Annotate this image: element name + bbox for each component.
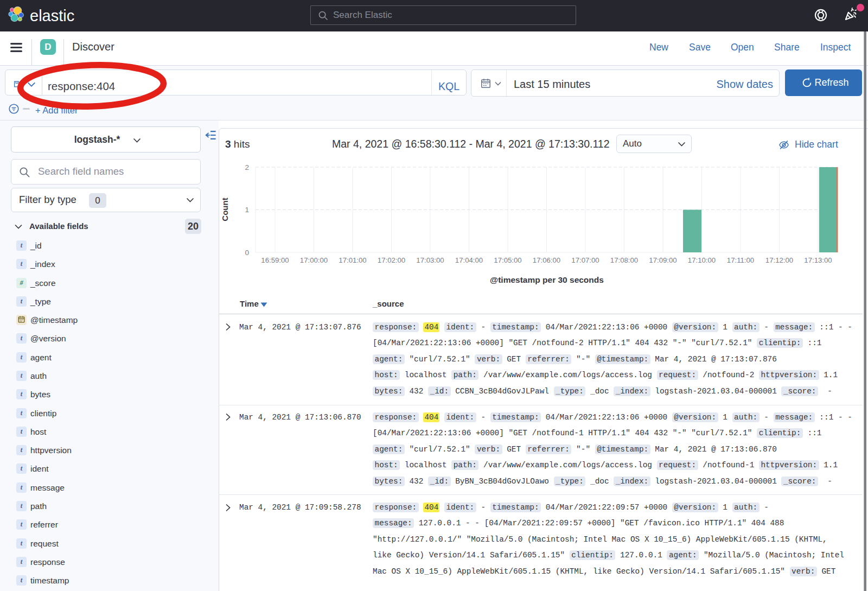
svg-text:Count: Count: [220, 198, 229, 221]
svg-text:0: 0: [245, 249, 249, 257]
svg-text:17:12:00: 17:12:00: [765, 256, 793, 264]
svg-text:17:11:00: 17:11:00: [727, 256, 754, 264]
svg-text:1: 1: [245, 206, 249, 214]
svg-text:17:03:00: 17:03:00: [416, 256, 444, 264]
svg-text:17:09:00: 17:09:00: [649, 256, 676, 264]
svg-text:@timestamp per 30 seconds: @timestamp per 30 seconds: [490, 275, 604, 284]
svg-text:17:08:00: 17:08:00: [610, 256, 638, 264]
svg-text:2: 2: [245, 163, 249, 171]
svg-text:17:01:00: 17:01:00: [339, 256, 366, 264]
svg-text:17:04:00: 17:04:00: [455, 256, 483, 264]
svg-text:17:00:00: 17:00:00: [300, 256, 328, 264]
svg-text:17:10:00: 17:10:00: [688, 256, 716, 264]
svg-text:17:13:00: 17:13:00: [804, 256, 832, 264]
svg-text:17:06:00: 17:06:00: [533, 256, 560, 264]
svg-text:17:02:00: 17:02:00: [378, 256, 405, 264]
svg-text:16:59:00: 16:59:00: [261, 256, 289, 264]
svg-text:17:07:00: 17:07:00: [571, 256, 599, 264]
svg-text:17:05:00: 17:05:00: [494, 256, 521, 264]
